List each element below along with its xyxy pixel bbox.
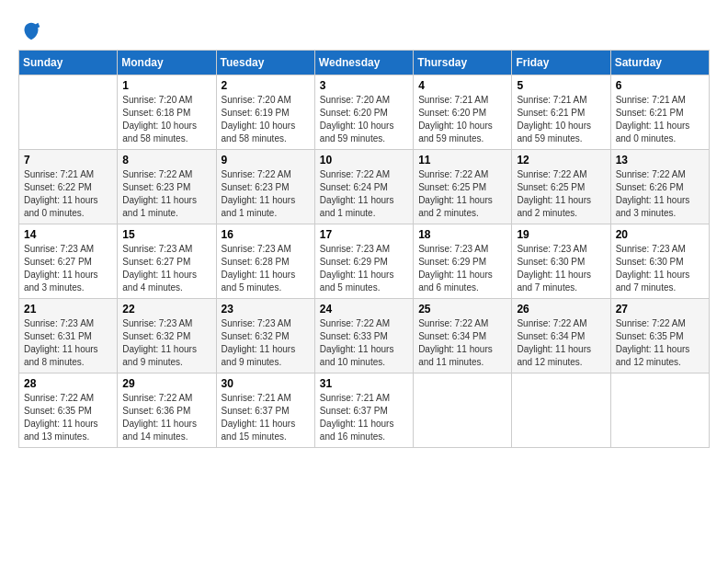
day-number: 6 [616,79,704,92]
calendar-cell: 27Sunrise: 7:22 AM Sunset: 6:35 PM Dayli… [610,299,709,373]
day-info: Sunrise: 7:21 AM Sunset: 6:37 PM Dayligh… [222,392,310,443]
calendar-week-5: 28Sunrise: 7:22 AM Sunset: 6:35 PM Dayli… [19,373,710,448]
day-info: Sunrise: 7:22 AM Sunset: 6:23 PM Dayligh… [222,168,310,220]
day-info: Sunrise: 7:23 AM Sunset: 6:29 PM Dayligh… [418,243,506,294]
day-number: 2 [222,79,310,92]
calendar-cell: 23Sunrise: 7:23 AM Sunset: 6:32 PM Dayli… [216,299,314,373]
day-number: 3 [320,79,408,92]
day-header-tuesday: Tuesday [216,51,314,75]
calendar-cell: 12Sunrise: 7:22 AM Sunset: 6:25 PM Dayli… [512,150,610,224]
calendar-cell: 4Sunrise: 7:21 AM Sunset: 6:20 PM Daylig… [414,75,512,150]
calendar-cell: 11Sunrise: 7:22 AM Sunset: 6:25 PM Dayli… [414,150,512,224]
calendar-week-2: 7Sunrise: 7:21 AM Sunset: 6:22 PM Daylig… [19,150,710,224]
day-info: Sunrise: 7:23 AM Sunset: 6:32 PM Dayligh… [122,317,210,369]
day-number: 31 [320,377,408,390]
day-info: Sunrise: 7:21 AM Sunset: 6:20 PM Dayligh… [418,94,506,145]
day-number: 28 [24,377,112,390]
calendar-cell: 7Sunrise: 7:21 AM Sunset: 6:22 PM Daylig… [19,150,118,224]
day-number: 1 [122,79,210,92]
day-number: 26 [517,303,605,316]
day-number: 18 [418,228,506,241]
day-info: Sunrise: 7:23 AM Sunset: 6:30 PM Dayligh… [616,243,704,294]
calendar-cell: 28Sunrise: 7:22 AM Sunset: 6:35 PM Dayli… [19,373,118,448]
day-info: Sunrise: 7:22 AM Sunset: 6:23 PM Dayligh… [122,168,210,220]
calendar-cell: 25Sunrise: 7:22 AM Sunset: 6:34 PM Dayli… [414,299,512,373]
day-info: Sunrise: 7:21 AM Sunset: 6:21 PM Dayligh… [517,94,605,145]
day-header-saturday: Saturday [610,51,709,75]
day-info: Sunrise: 7:23 AM Sunset: 6:27 PM Dayligh… [24,243,112,294]
day-info: Sunrise: 7:21 AM Sunset: 6:37 PM Dayligh… [320,392,408,443]
calendar-cell: 30Sunrise: 7:21 AM Sunset: 6:37 PM Dayli… [216,373,314,448]
day-info: Sunrise: 7:23 AM Sunset: 6:27 PM Dayligh… [122,243,210,294]
day-number: 9 [222,154,310,167]
page-header [18,18,710,44]
day-number: 24 [320,303,408,316]
day-number: 17 [320,228,408,241]
calendar-cell: 17Sunrise: 7:23 AM Sunset: 6:29 PM Dayli… [314,224,413,299]
day-info: Sunrise: 7:20 AM Sunset: 6:18 PM Dayligh… [122,94,210,145]
calendar-cell: 1Sunrise: 7:20 AM Sunset: 6:18 PM Daylig… [118,75,216,150]
day-number: 25 [418,303,506,316]
calendar-cell [512,373,610,448]
calendar-cell [19,75,118,150]
day-number: 12 [517,154,605,167]
day-number: 13 [616,154,704,167]
day-number: 11 [418,154,506,167]
day-number: 29 [122,377,210,390]
calendar-cell [610,373,709,448]
calendar-cell: 6Sunrise: 7:21 AM Sunset: 6:21 PM Daylig… [610,75,709,150]
logo [18,18,48,44]
calendar-cell: 16Sunrise: 7:23 AM Sunset: 6:28 PM Dayli… [216,224,314,299]
calendar-cell: 3Sunrise: 7:20 AM Sunset: 6:20 PM Daylig… [314,75,413,150]
calendar-week-4: 21Sunrise: 7:23 AM Sunset: 6:31 PM Dayli… [19,299,710,373]
day-info: Sunrise: 7:23 AM Sunset: 6:30 PM Dayligh… [517,243,605,294]
day-info: Sunrise: 7:21 AM Sunset: 6:22 PM Dayligh… [24,168,112,220]
day-info: Sunrise: 7:23 AM Sunset: 6:31 PM Dayligh… [24,317,112,369]
day-info: Sunrise: 7:23 AM Sunset: 6:28 PM Dayligh… [222,243,310,294]
calendar-cell: 9Sunrise: 7:22 AM Sunset: 6:23 PM Daylig… [216,150,314,224]
day-number: 8 [122,154,210,167]
day-info: Sunrise: 7:22 AM Sunset: 6:24 PM Dayligh… [320,168,408,220]
day-header-thursday: Thursday [414,51,512,75]
day-header-sunday: Sunday [19,51,118,75]
day-info: Sunrise: 7:22 AM Sunset: 6:35 PM Dayligh… [616,317,704,369]
day-info: Sunrise: 7:20 AM Sunset: 6:19 PM Dayligh… [222,94,310,145]
calendar-header-row: SundayMondayTuesdayWednesdayThursdayFrid… [19,51,710,75]
calendar-cell: 5Sunrise: 7:21 AM Sunset: 6:21 PM Daylig… [512,75,610,150]
day-number: 16 [222,228,310,241]
day-number: 7 [24,154,112,167]
day-info: Sunrise: 7:22 AM Sunset: 6:25 PM Dayligh… [517,168,605,220]
calendar-cell: 15Sunrise: 7:23 AM Sunset: 6:27 PM Dayli… [118,224,216,299]
calendar-cell: 13Sunrise: 7:22 AM Sunset: 6:26 PM Dayli… [610,150,709,224]
calendar-cell: 19Sunrise: 7:23 AM Sunset: 6:30 PM Dayli… [512,224,610,299]
day-number: 19 [517,228,605,241]
day-info: Sunrise: 7:22 AM Sunset: 6:34 PM Dayligh… [418,317,506,369]
calendar-cell: 10Sunrise: 7:22 AM Sunset: 6:24 PM Dayli… [314,150,413,224]
calendar-cell: 21Sunrise: 7:23 AM Sunset: 6:31 PM Dayli… [19,299,118,373]
calendar-cell: 31Sunrise: 7:21 AM Sunset: 6:37 PM Dayli… [314,373,413,448]
calendar-cell: 8Sunrise: 7:22 AM Sunset: 6:23 PM Daylig… [118,150,216,224]
calendar-cell: 18Sunrise: 7:23 AM Sunset: 6:29 PM Dayli… [414,224,512,299]
day-number: 23 [222,303,310,316]
calendar-week-3: 14Sunrise: 7:23 AM Sunset: 6:27 PM Dayli… [19,224,710,299]
day-number: 5 [517,79,605,92]
day-info: Sunrise: 7:22 AM Sunset: 6:36 PM Dayligh… [122,392,210,443]
calendar-cell: 20Sunrise: 7:23 AM Sunset: 6:30 PM Dayli… [610,224,709,299]
day-info: Sunrise: 7:22 AM Sunset: 6:35 PM Dayligh… [24,392,112,443]
day-info: Sunrise: 7:23 AM Sunset: 6:29 PM Dayligh… [320,243,408,294]
day-number: 20 [616,228,704,241]
calendar-cell: 24Sunrise: 7:22 AM Sunset: 6:33 PM Dayli… [314,299,413,373]
day-number: 14 [24,228,112,241]
day-number: 10 [320,154,408,167]
calendar-cell: 2Sunrise: 7:20 AM Sunset: 6:19 PM Daylig… [216,75,314,150]
calendar-cell [414,373,512,448]
calendar-cell: 26Sunrise: 7:22 AM Sunset: 6:34 PM Dayli… [512,299,610,373]
day-number: 4 [418,79,506,92]
calendar-cell: 14Sunrise: 7:23 AM Sunset: 6:27 PM Dayli… [19,224,118,299]
day-number: 21 [24,303,112,316]
day-info: Sunrise: 7:20 AM Sunset: 6:20 PM Dayligh… [320,94,408,145]
logo-icon [18,18,44,44]
day-info: Sunrise: 7:22 AM Sunset: 6:26 PM Dayligh… [616,168,704,220]
day-header-friday: Friday [512,51,610,75]
day-info: Sunrise: 7:22 AM Sunset: 6:25 PM Dayligh… [418,168,506,220]
